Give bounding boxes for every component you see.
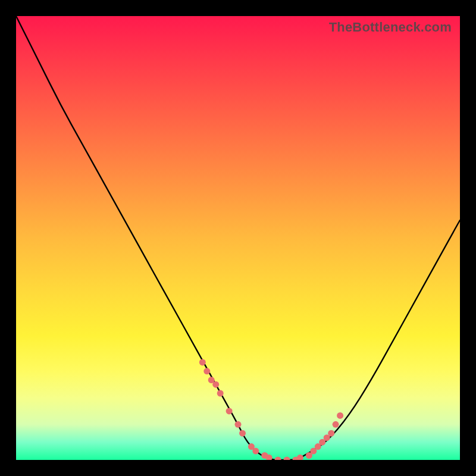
chart-svg [16,16,460,460]
marker-dot [217,390,224,397]
marker-dot [226,408,233,414]
marker-dot [252,448,259,455]
chart-frame: TheBottleneck.com [16,16,460,460]
marker-dot [203,368,210,374]
curve-group [16,16,460,460]
marker-dot [199,359,206,365]
marker-dot [235,421,242,428]
marker-dot [239,430,246,437]
marker-dot [337,412,343,419]
marker-dot [333,421,339,428]
highlight-markers [199,359,343,460]
marker-dot [328,430,334,437]
bottleneck-curve [16,16,460,460]
marker-dot [284,457,290,461]
marker-dot [275,457,281,461]
marker-dot [297,455,303,460]
marker-dot [212,381,219,388]
